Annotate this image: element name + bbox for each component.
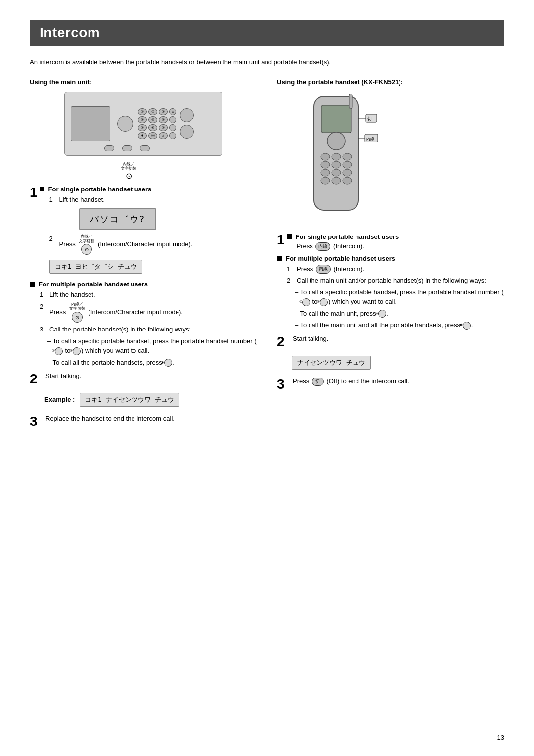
step3-prefix-right: Press: [293, 378, 309, 385]
display-box-2: コキ1 ヨヒ゛タ゛シ チュウ: [49, 260, 142, 274]
intercom-button-icon: 内線／文字切替 ⊙: [79, 234, 94, 255]
bullet-list-left: – To call a specific portable handset, p…: [47, 336, 257, 368]
bullet-square-2: [30, 282, 35, 287]
svg-text:切: 切: [367, 116, 372, 121]
svg-point-6: [321, 161, 330, 168]
right-step2: 2 Start talking.: [277, 335, 504, 349]
list-item-press2: 2 Press 内線／文字切替 ⊙ (Intercom/Character in…: [40, 302, 257, 323]
svg-point-12: [321, 177, 330, 184]
svg-point-14: [343, 177, 352, 184]
bullet-list-right: – To call a specific portable handset, p…: [295, 287, 504, 330]
svg-point-13: [332, 177, 341, 184]
multiple-handset-section-right: For multiple portable handset users 1 Pr…: [277, 255, 504, 330]
intercom-label: 内線／文字切替 ⊙: [121, 162, 136, 181]
step-num-2-right: 2: [277, 335, 291, 349]
step1-single-list: 1Lift the handset.: [49, 195, 193, 205]
intercom-btn-r1: 内線: [316, 265, 331, 274]
step-num-3-right: 3: [277, 378, 291, 391]
step-num-2-left: 2: [30, 372, 44, 386]
two-col-layout: Using the main unit: ①②③⊝ ④⑤⑥: [30, 78, 504, 433]
main-unit-diagram: ①②③⊝ ④⑤⑥ ⑦⑧⑨ ✱⓪#: [64, 92, 222, 156]
right-column: Using the portable handset (KX-FKN521):: [277, 78, 504, 433]
bullet-square-right-2: [277, 256, 282, 261]
step-num-1-left: 1: [30, 186, 38, 199]
step1-single-list-2: 2 Press 内線／文字切替 ⊙ (Intercom/Character in…: [49, 234, 193, 255]
step2-text-right: Start talking.: [293, 335, 328, 342]
list-item-press: 2 Press 内線／文字切替 ⊙ (Intercom/Character in…: [49, 234, 193, 255]
example-display: コキ1 ナイセンツウワ チュウ: [80, 393, 179, 407]
multiple-handset-section-left: For multiple portable handset users 1Lif…: [30, 281, 257, 367]
svg-point-3: [321, 153, 330, 160]
list-item-call: 3Call the portable handset(s) in the fol…: [40, 325, 257, 334]
bullet-item-2: – To call all the portable handsets, pre…: [47, 358, 257, 368]
svg-rect-15: [349, 94, 352, 109]
single-handset-label-right: For single portable handset users: [296, 233, 399, 240]
intercom-btn-right: 内線: [315, 242, 330, 251]
svg-text:内線: 内線: [366, 137, 374, 141]
list-item: 1Lift the handset.: [40, 290, 257, 300]
page-title: Intercom: [30, 20, 504, 46]
off-btn-right: 切: [312, 378, 324, 386]
step-num-3-left: 3: [30, 415, 44, 428]
single-handset-label-left: For single portable handset users: [48, 186, 152, 193]
list-item-r1: 1 Press 内線 (Intercom).: [287, 264, 504, 274]
svg-point-7: [332, 161, 341, 168]
intercom-circle-icon: ⊙: [81, 244, 92, 255]
svg-point-2: [327, 132, 345, 150]
multiple-handset-label-right: For multiple portable handset users: [286, 255, 395, 262]
svg-rect-1: [321, 105, 351, 133]
press-text-right: Press: [297, 242, 313, 250]
svg-point-8: [343, 161, 352, 168]
step2-text-left: Start talking.: [45, 372, 81, 379]
display-box-1: パソコ゛ウ?: [79, 208, 157, 230]
bullet-r-3: – To call the main unit and all the port…: [295, 320, 504, 330]
bullet-square-right: [287, 234, 292, 239]
list-item: 1Lift the handset.: [49, 195, 193, 205]
display-step2-right: ナイセンツウワ チュウ: [292, 356, 371, 370]
intercom-suffix-right: (Intercom).: [333, 242, 364, 250]
handset-svg: 切 内線: [287, 92, 386, 225]
page: Intercom An intercom is available betwee…: [0, 0, 534, 756]
device-screen: [71, 106, 110, 141]
svg-point-9: [321, 169, 330, 176]
svg-point-10: [332, 169, 341, 176]
left-step2: 2 Start talking.: [30, 372, 257, 386]
right-heading: Using the portable handset (KX-FKN521):: [277, 78, 504, 86]
svg-point-4: [332, 153, 341, 160]
multiple-list-right: 1 Press 内線 (Intercom). 2 Call the main u…: [287, 264, 504, 285]
multiple-handset-label-left: For multiple portable handset users: [39, 281, 148, 288]
bullet-r-2: – To call the main unit, press ⓪.: [295, 309, 504, 319]
list-item-r2: 2 Call the main unit and/or portable han…: [287, 276, 504, 285]
press-text: Press: [59, 240, 76, 248]
bullet-item-1: – To call a specific portable handset, p…: [47, 336, 257, 356]
svg-point-11: [343, 169, 352, 176]
left-column: Using the main unit: ①②③⊝ ④⑤⑥: [30, 78, 257, 433]
bullet-r-1: – To call a specific portable handset, p…: [295, 287, 504, 307]
right-step1: 1 For single portable handset users Pres…: [277, 233, 504, 330]
left-heading: Using the main unit:: [30, 78, 257, 86]
multiple-list: 1Lift the handset. 2 Press 内線／文字切替 ⊙ (: [40, 290, 257, 334]
intercom-mode-text: (Intercom/Character input mode).: [98, 240, 192, 248]
intercom-button-icon-2: 内線／文字切替 ⊙: [69, 302, 85, 323]
step3-text-left: Replace the handset to end the intercom …: [45, 415, 175, 422]
bullet-square: [40, 187, 44, 191]
device-circle-btn: [117, 116, 133, 132]
right-step3: 3 Press 切 (Off) to end the intercom call…: [277, 378, 504, 391]
svg-point-5: [343, 153, 352, 160]
step-num-1-right: 1: [277, 233, 285, 247]
step3-suffix-right: (Off) to end the intercom call.: [326, 378, 409, 385]
example-row: Example : コキ1 ナイセンツウワ チュウ: [44, 390, 257, 410]
left-step1: 1 For single portable handset users 1Lif…: [30, 186, 257, 367]
intro-text: An intercom is available between the por…: [30, 57, 504, 67]
left-step3: 3 Replace the handset to end the interco…: [30, 415, 257, 428]
page-number: 13: [497, 734, 504, 741]
example-label: Example :: [44, 396, 75, 403]
